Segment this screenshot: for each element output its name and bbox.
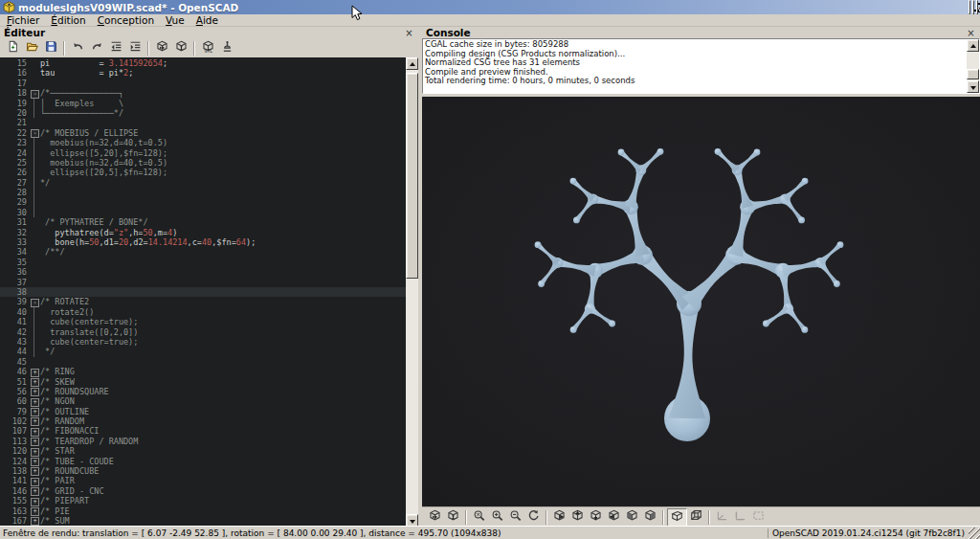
code-line[interactable]: 102+/* RANDOM bbox=[0, 416, 406, 426]
redo-button[interactable] bbox=[87, 39, 106, 56]
console-scrollbar-thumb[interactable] bbox=[967, 69, 979, 79]
view-left-button[interactable] bbox=[605, 509, 623, 526]
code-line[interactable]: 167+/* SUM bbox=[0, 516, 406, 526]
console-close-icon[interactable] bbox=[966, 28, 976, 38]
code-line[interactable]: 46+/* RING bbox=[0, 367, 406, 376]
code-line[interactable]: 79+/* OUTLINE bbox=[0, 407, 406, 416]
fold-marker[interactable]: + bbox=[31, 478, 39, 486]
code-line[interactable]: 31 /* PYTHATREE / BONE*/ bbox=[0, 217, 406, 227]
menu-conception[interactable]: Conception bbox=[92, 14, 160, 26]
viewport-3d[interactable] bbox=[422, 97, 980, 506]
fold-marker[interactable]: + bbox=[31, 398, 39, 407]
code-line[interactable]: 38 bbox=[0, 287, 406, 297]
code-line[interactable]: 163+/* PIE bbox=[0, 506, 406, 516]
view-back-button[interactable] bbox=[641, 509, 659, 526]
export-stl-button[interactable]: STL bbox=[198, 39, 217, 56]
fold-marker[interactable]: + bbox=[31, 428, 39, 437]
preview-button[interactable] bbox=[426, 509, 444, 526]
code-line[interactable]: 22-/* MOEBIUS / ELLIPSE bbox=[0, 128, 406, 138]
editor-close-icon[interactable] bbox=[404, 28, 414, 38]
code-line[interactable]: 107+/* FIBONACCI bbox=[0, 426, 406, 436]
fold-marker[interactable]: + bbox=[31, 498, 39, 506]
zoom-all-button[interactable] bbox=[470, 509, 488, 526]
fold-marker[interactable]: + bbox=[31, 517, 39, 526]
fold-marker[interactable]: + bbox=[31, 408, 39, 416]
undo-button[interactable] bbox=[68, 39, 87, 56]
fold-marker[interactable]: + bbox=[31, 467, 39, 476]
scroll-up-button[interactable] bbox=[406, 57, 418, 70]
code-line[interactable]: 34 /**/ bbox=[0, 247, 406, 257]
minimize-button[interactable] bbox=[969, 0, 970, 14]
save-file-button[interactable] bbox=[41, 39, 60, 56]
code-line[interactable]: 42 translate([0,2,0]) bbox=[0, 327, 406, 337]
unindent-button[interactable] bbox=[106, 39, 125, 56]
view-right-button[interactable] bbox=[550, 509, 568, 526]
code-line[interactable]: 56+/* ROUNDSQUARE bbox=[0, 387, 406, 396]
maximize-button[interactable] bbox=[972, 0, 974, 14]
resize-grip[interactable] bbox=[969, 528, 980, 539]
reset-view-button[interactable] bbox=[524, 509, 543, 526]
code-line[interactable]: 40 rotate2() bbox=[0, 307, 406, 317]
code-line[interactable]: 15pi = 3.141592654; bbox=[0, 58, 406, 68]
code-line[interactable]: 32 pythatree(d="z",h=50,m=4) bbox=[0, 228, 406, 237]
orthographic-button[interactable] bbox=[687, 509, 705, 526]
code-line[interactable]: 124+/* TUBE - COUDE bbox=[0, 457, 406, 466]
fold-marker[interactable]: + bbox=[31, 369, 39, 377]
code-line[interactable]: 16tau = pi*2; bbox=[0, 68, 406, 78]
fold-marker[interactable]: - bbox=[31, 90, 39, 99]
code-line[interactable]: 28 bbox=[0, 188, 406, 197]
fold-marker[interactable]: + bbox=[31, 438, 39, 446]
editor-scrollbar-thumb[interactable] bbox=[406, 73, 418, 279]
fold-marker[interactable]: + bbox=[31, 378, 39, 387]
console-scroll-down-button[interactable] bbox=[967, 80, 979, 93]
menu-vue[interactable]: Vue bbox=[160, 14, 190, 26]
code-line[interactable]: 60+/* NGON bbox=[0, 396, 406, 406]
code-line[interactable]: 33 bone(h=50,d1=20,d2=14.14214,c=40,$fn=… bbox=[0, 237, 406, 247]
view-top-button[interactable] bbox=[568, 509, 587, 526]
close-button[interactable] bbox=[976, 0, 978, 14]
view-front-button[interactable] bbox=[623, 509, 641, 526]
code-line[interactable]: 51+/* SKEW bbox=[0, 377, 406, 387]
code-line[interactable]: 45 bbox=[0, 357, 406, 367]
window-titlebar[interactable]: moduleslghsV09WIP.scad* - OpenSCAD bbox=[0, 0, 980, 14]
fold-marker[interactable]: - bbox=[31, 299, 39, 307]
code-line[interactable]: 35 bbox=[0, 258, 406, 267]
console-scrollbar[interactable] bbox=[967, 39, 979, 93]
code-line[interactable]: 27*/ bbox=[0, 178, 406, 188]
console-scroll-up-button[interactable] bbox=[967, 39, 979, 52]
code-line[interactable]: 146+/* GRID - CNC bbox=[0, 486, 406, 496]
fold-marker[interactable]: + bbox=[31, 487, 39, 496]
code-line[interactable]: 25 moebius(n=32,d=40,t=0.5) bbox=[0, 158, 406, 168]
code-line[interactable]: 43 cube(center=true); bbox=[0, 337, 406, 347]
fold-marker[interactable]: + bbox=[31, 388, 39, 396]
code-line[interactable]: 120+/* STAR bbox=[0, 446, 406, 456]
new-file-button[interactable] bbox=[3, 39, 22, 56]
fold-marker[interactable]: + bbox=[31, 417, 39, 426]
menu-aide[interactable]: Aide bbox=[190, 14, 224, 26]
code-line[interactable]: 23 moebius(n=32,d=40,t=0.5) bbox=[0, 138, 406, 147]
code-line[interactable]: 36 bbox=[0, 267, 406, 277]
code-line[interactable]: 113+/* TEARDROP / RANDOM bbox=[0, 437, 406, 446]
zoom-in-button[interactable] bbox=[488, 509, 506, 526]
code-line[interactable]: 29 bbox=[0, 197, 406, 207]
view-bottom-button[interactable] bbox=[587, 509, 605, 526]
code-line[interactable]: 44 */ bbox=[0, 347, 406, 356]
fold-marker[interactable]: - bbox=[31, 129, 39, 138]
render-button[interactable] bbox=[444, 509, 462, 526]
zoom-out-button[interactable] bbox=[506, 509, 524, 526]
code-line[interactable]: 155+/* PIEPART bbox=[0, 496, 406, 505]
render-button[interactable] bbox=[171, 39, 190, 56]
indent-button[interactable] bbox=[125, 39, 145, 56]
code-line[interactable]: 37 bbox=[0, 278, 406, 287]
open-file-button[interactable] bbox=[22, 39, 41, 56]
code-line[interactable]: 39-/* ROTATE2 bbox=[0, 297, 406, 306]
code-editor[interactable]: 15pi = 3.141592654;16tau = pi*2;1718-/*─… bbox=[0, 57, 418, 527]
perspective-button[interactable] bbox=[667, 508, 687, 527]
fold-marker[interactable]: + bbox=[31, 507, 39, 516]
fold-marker[interactable]: + bbox=[31, 448, 39, 457]
code-line[interactable]: 17 bbox=[0, 79, 406, 88]
code-line[interactable]: 24 ellipse([5,20],$fn=128); bbox=[0, 148, 406, 158]
code-line[interactable]: 20└──────────────*/ bbox=[0, 108, 406, 118]
print-3d-button[interactable] bbox=[217, 39, 236, 56]
code-line[interactable]: 41 cube(center=true); bbox=[0, 317, 406, 326]
